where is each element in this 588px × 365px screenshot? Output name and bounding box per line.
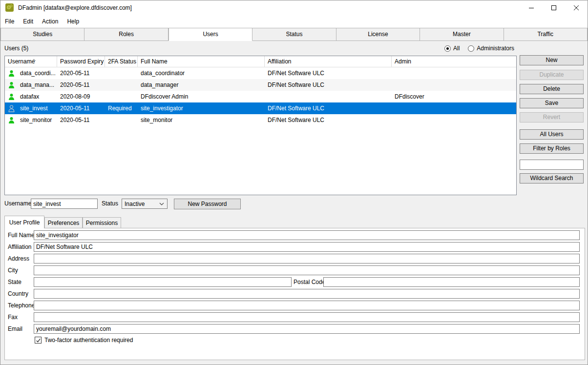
active-user-icon	[8, 116, 16, 124]
username-label: Username	[4, 199, 31, 209]
affiliation-input[interactable]	[34, 242, 580, 252]
duplicate-button: Duplicate	[520, 70, 584, 80]
tab-preferences[interactable]: Preferences	[44, 217, 83, 228]
country-input[interactable]	[34, 289, 580, 299]
radio-all[interactable]	[444, 45, 451, 52]
tab-user-profile[interactable]: User Profile	[4, 216, 44, 228]
full-name-label: Full Name	[8, 230, 35, 240]
col-header-username[interactable]: Username	[5, 56, 57, 67]
fax-input[interactable]	[34, 312, 580, 322]
username-cell: site_monitor	[20, 114, 52, 126]
maximize-icon	[551, 5, 557, 11]
app-window: DFadmin [datafax@explore.dfdiscover.com]…	[0, 0, 588, 365]
two-factor-checkbox[interactable]	[35, 337, 42, 344]
affiliation-label: Affiliation	[8, 242, 31, 252]
tab-license[interactable]: License	[336, 28, 420, 41]
table-row[interactable]: datafax 2020-08-09 DFdiscover Admin DFdi…	[5, 91, 516, 102]
all-users-button[interactable]: All Users	[520, 129, 584, 140]
tab-traffic[interactable]: Traffic	[504, 28, 588, 41]
minimize-button[interactable]	[520, 0, 543, 15]
menu-edit[interactable]: Edit	[19, 15, 38, 28]
filter-by-roles-button[interactable]: Filter by Roles	[520, 143, 584, 154]
gear-icon	[6, 4, 13, 11]
expiry-cell: 2020-08-09	[57, 91, 105, 102]
table-row[interactable]: site_monitor 2020-05-11 site_monitor DF/…	[5, 114, 516, 126]
title-bar: DFadmin [datafax@explore.dfdiscover.com]	[0, 0, 588, 15]
tfa-cell: Required	[105, 102, 138, 114]
save-button[interactable]: Save	[520, 98, 584, 108]
users-count-label: Users (5)	[4, 41, 28, 56]
status-select[interactable]: Inactive	[122, 199, 168, 209]
col-header-password-expiry[interactable]: Password Expiry	[57, 56, 105, 67]
window-title: DFadmin [datafax@explore.dfdiscover.com]	[18, 0, 132, 15]
new-button[interactable]: New	[520, 55, 584, 65]
active-user-icon	[8, 69, 16, 77]
main-tab-bar: Studies Roles Users Status License Maste…	[0, 28, 588, 41]
menu-help[interactable]: Help	[63, 15, 84, 28]
expiry-cell: 2020-05-11	[57, 114, 105, 126]
address-label: Address	[8, 254, 29, 264]
users-table: Username Password Expiry 2FA Status Full…	[4, 56, 517, 195]
two-factor-label: Two-factor authentication required	[44, 335, 133, 345]
username-cell: site_invest	[20, 102, 48, 114]
menu-file[interactable]: File	[0, 15, 19, 28]
delete-button[interactable]: Delete	[520, 84, 584, 94]
country-label: Country	[8, 289, 28, 299]
tab-roles[interactable]: Roles	[84, 28, 168, 41]
fax-label: Fax	[8, 312, 18, 322]
tfa-cell	[105, 79, 138, 91]
active-user-icon	[8, 81, 16, 89]
table-row[interactable]: data_coordi... 2020-05-11 data_coordinat…	[5, 67, 516, 79]
table-row-selected[interactable]: site_invest 2020-05-11 Required site_inv…	[5, 102, 516, 114]
tab-studies[interactable]: Studies	[0, 28, 84, 41]
col-header-2fa-status[interactable]: 2FA Status	[105, 56, 138, 67]
admin-cell	[392, 102, 516, 114]
checkmark-icon	[36, 338, 41, 343]
status-selected-value: Inactive	[125, 201, 145, 207]
col-header-full-name[interactable]: Full Name	[138, 56, 265, 67]
city-input[interactable]	[34, 265, 580, 275]
telephone-label: Telephone	[8, 301, 35, 310]
maximize-button[interactable]	[543, 0, 565, 15]
status-label: Status	[102, 199, 118, 209]
full-name-input[interactable]	[34, 230, 580, 240]
state-input[interactable]	[34, 277, 292, 287]
state-label: State	[8, 277, 21, 287]
address-input[interactable]	[34, 254, 580, 264]
email-input[interactable]	[34, 324, 580, 334]
expiry-cell: 2020-05-11	[57, 67, 105, 79]
tab-status[interactable]: Status	[252, 28, 336, 41]
tab-users[interactable]: Users	[168, 28, 252, 41]
table-header: Username Password Expiry 2FA Status Full…	[5, 56, 516, 67]
postal-code-input[interactable]	[323, 277, 580, 287]
minimize-icon	[528, 5, 534, 11]
admin-cell	[392, 114, 516, 126]
col-header-affiliation[interactable]: Affiliation	[265, 56, 392, 67]
username-cell: datafax	[20, 91, 39, 102]
col-header-admin[interactable]: Admin	[392, 56, 516, 67]
fullname-cell: site_monitor	[138, 114, 265, 126]
close-icon	[573, 5, 579, 11]
user-profile-panel: Full Name Affiliation Address City State…	[4, 228, 585, 360]
fullname-cell: data_coordinator	[138, 67, 265, 79]
fullname-cell: data_manager	[138, 79, 265, 91]
wildcard-search-button[interactable]: Wildcard Search	[520, 173, 584, 183]
tab-permissions[interactable]: Permissions	[83, 217, 121, 228]
menu-action[interactable]: Action	[38, 15, 63, 28]
admin-cell: DFdiscover	[392, 91, 516, 102]
telephone-input[interactable]	[34, 301, 580, 310]
close-button[interactable]	[565, 0, 588, 15]
postal-code-label: Postal Code	[294, 277, 325, 287]
radio-administrators[interactable]	[468, 45, 474, 52]
table-row[interactable]: data_mana... 2020-05-11 data_manager DF/…	[5, 79, 516, 91]
wildcard-search-input[interactable]	[520, 160, 584, 170]
username-input[interactable]	[31, 199, 98, 209]
revert-button: Revert	[520, 112, 584, 122]
new-password-button[interactable]: New Password	[174, 199, 241, 209]
affiliation-cell: DF/Net Software ULC	[265, 102, 392, 114]
tab-master[interactable]: Master	[420, 28, 504, 41]
inactive-user-icon	[8, 104, 16, 112]
admin-cell	[392, 67, 516, 79]
user-filter-radios: All Administrators	[444, 41, 514, 56]
expiry-cell: 2020-05-11	[57, 79, 105, 91]
